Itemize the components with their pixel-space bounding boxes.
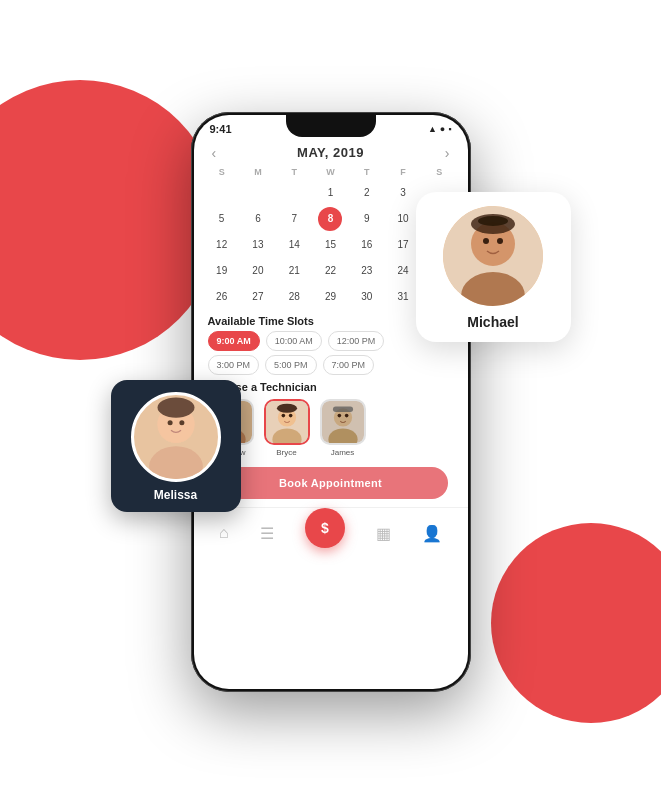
cal-date-24[interactable]: 24: [391, 259, 415, 283]
cal-prev-arrow[interactable]: ‹: [212, 145, 217, 161]
tech-james[interactable]: James: [320, 399, 366, 457]
cal-date-31[interactable]: 31: [391, 285, 415, 309]
svg-point-27: [497, 238, 503, 244]
floating-card-michael: Michael: [416, 192, 571, 342]
svg-point-3: [167, 420, 172, 425]
cal-date-12[interactable]: 12: [210, 233, 234, 257]
time-slot-7pm[interactable]: 7:00 PM: [323, 355, 375, 375]
book-appointment-button[interactable]: Book Appointment: [214, 467, 448, 499]
cal-days-header: S M T W T F S: [204, 165, 458, 179]
day-label-t1: T: [276, 165, 312, 179]
michael-name: Michael: [416, 314, 571, 330]
svg-point-1: [149, 446, 203, 479]
cal-date-23[interactable]: 23: [355, 259, 379, 283]
time-slot-3pm[interactable]: 3:00 PM: [208, 355, 260, 375]
nav-profile-icon[interactable]: 👤: [422, 524, 442, 543]
cal-date-19[interactable]: 19: [210, 259, 234, 283]
technician-title: Choose a Technician: [208, 381, 454, 393]
cal-date-9[interactable]: 9: [355, 207, 379, 231]
svg-point-16: [276, 403, 296, 412]
nav-dollar-button[interactable]: $: [305, 508, 345, 548]
cal-empty: [246, 181, 270, 205]
time-slot-10am[interactable]: 10:00 AM: [266, 331, 322, 351]
cal-date-26[interactable]: 26: [210, 285, 234, 309]
status-icons: ▲ ● ▪: [428, 124, 452, 134]
bg-circle-right: [491, 523, 661, 723]
svg-point-5: [157, 397, 194, 417]
cal-date-20[interactable]: 20: [246, 259, 270, 283]
cal-date-10[interactable]: 10: [391, 207, 415, 231]
tech-bryce-name: Bryce: [276, 448, 296, 457]
nav-list-icon[interactable]: ☰: [260, 524, 274, 543]
technician-list: Matthew: [208, 399, 454, 457]
cal-date-28[interactable]: 28: [282, 285, 306, 309]
time-slot-9am[interactable]: 9:00 AM: [208, 331, 260, 351]
tech-james-name: James: [331, 448, 355, 457]
bg-circle-left: [0, 80, 220, 360]
cal-date-5[interactable]: 5: [210, 207, 234, 231]
floating-card-melissa: Melissa: [111, 380, 241, 512]
nav-calendar-icon[interactable]: ▦: [376, 524, 391, 543]
svg-point-4: [179, 420, 184, 425]
notch: [286, 115, 376, 137]
day-label-w: W: [312, 165, 348, 179]
cal-date-6[interactable]: 6: [246, 207, 270, 231]
nav-home-icon[interactable]: ⌂: [219, 524, 229, 542]
day-label-f: F: [385, 165, 421, 179]
day-label-s2: S: [421, 165, 457, 179]
cal-empty: [282, 181, 306, 205]
svg-point-15: [288, 413, 292, 417]
cal-date-22[interactable]: 22: [318, 259, 342, 283]
wifi-icon: ●: [440, 124, 445, 134]
bottom-nav: ⌂ ☰ $ ▦ 👤: [194, 507, 468, 559]
tech-bryce-avatar: [264, 399, 310, 445]
svg-point-26: [483, 238, 489, 244]
time-slot-12pm[interactable]: 12:00 PM: [328, 331, 385, 351]
cal-title: MAY, 2019: [297, 145, 364, 160]
day-label-m: M: [240, 165, 276, 179]
svg-point-21: [344, 413, 348, 417]
cal-date-15[interactable]: 15: [318, 233, 342, 257]
cal-date-17[interactable]: 17: [391, 233, 415, 257]
cal-date-13[interactable]: 13: [246, 233, 270, 257]
status-time: 9:41: [210, 123, 232, 135]
cal-date-16[interactable]: 16: [355, 233, 379, 257]
melissa-name: Melissa: [111, 488, 241, 512]
cal-date-1[interactable]: 1: [318, 181, 342, 205]
svg-rect-22: [332, 406, 352, 411]
calendar-header: ‹ MAY, 2019 ›: [194, 139, 468, 165]
time-slot-5pm[interactable]: 5:00 PM: [265, 355, 317, 375]
tech-bryce[interactable]: Bryce: [264, 399, 310, 457]
cal-date-14[interactable]: 14: [282, 233, 306, 257]
cal-date-7[interactable]: 7: [282, 207, 306, 231]
cal-date-30[interactable]: 30: [355, 285, 379, 309]
cal-date-27[interactable]: 27: [246, 285, 270, 309]
phone-wrapper: Melissa 9:41 ▲ ● ▪ ‹ MAY, 2019 ›: [191, 112, 471, 692]
cal-date-29[interactable]: 29: [318, 285, 342, 309]
cal-date-3[interactable]: 3: [391, 181, 415, 205]
time-slots-row2: 3:00 PM 5:00 PM 7:00 PM: [194, 355, 468, 379]
cal-date-21[interactable]: 21: [282, 259, 306, 283]
cal-empty: [210, 181, 234, 205]
cal-date-8[interactable]: 8: [318, 207, 342, 231]
signal-icon: ▲: [428, 124, 437, 134]
day-label-s1: S: [204, 165, 240, 179]
svg-point-20: [337, 413, 341, 417]
melissa-avatar: [131, 392, 221, 482]
day-label-t2: T: [349, 165, 385, 179]
cal-next-arrow[interactable]: ›: [445, 145, 450, 161]
cal-date-2[interactable]: 2: [355, 181, 379, 205]
tech-james-avatar: [320, 399, 366, 445]
michael-avatar: [443, 206, 543, 306]
svg-point-29: [478, 216, 508, 226]
battery-icon: ▪: [448, 124, 451, 134]
svg-point-14: [281, 413, 285, 417]
